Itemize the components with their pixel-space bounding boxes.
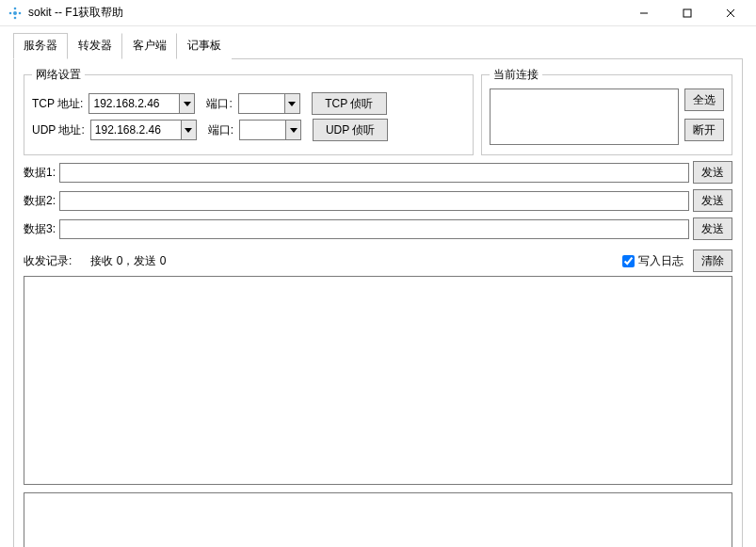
- udp-addr-label: UDP 地址:: [32, 122, 85, 138]
- svg-rect-6: [684, 9, 691, 17]
- udp-listen-button[interactable]: UDP 侦听: [313, 119, 388, 141]
- tcp-listen-button[interactable]: TCP 侦听: [312, 92, 387, 115]
- title-bar: sokit -- F1获取帮助: [0, 0, 756, 26]
- tcp-addr-combo[interactable]: [88, 93, 195, 114]
- chevron-down-icon[interactable]: [284, 94, 299, 113]
- write-log-checkbox[interactable]: [622, 255, 635, 267]
- disconnect-button[interactable]: 断开: [684, 119, 724, 141]
- connection-list[interactable]: [490, 88, 679, 145]
- tcp-port-combo[interactable]: [238, 93, 300, 114]
- clear-button[interactable]: 清除: [693, 249, 732, 272]
- current-connection-group: 当前连接 全选 断开: [481, 67, 732, 155]
- tab-bar: 服务器 转发器 客户端 记事板: [0, 26, 756, 58]
- udp-port-combo[interactable]: [239, 120, 301, 140]
- svg-point-0: [13, 11, 17, 15]
- tab-notepad[interactable]: 记事板: [177, 33, 232, 59]
- network-settings-group: 网络设置 TCP 地址: 端口: TCP 侦听 UDP 地址:: [24, 67, 474, 155]
- data1-input[interactable]: [59, 163, 689, 183]
- content-panel: 网络设置 TCP 地址: 端口: TCP 侦听 UDP 地址:: [13, 58, 743, 547]
- svg-point-4: [14, 16, 17, 19]
- svg-point-3: [14, 7, 17, 9]
- svg-point-2: [19, 11, 22, 14]
- record-label: 收发记录:: [24, 253, 72, 269]
- chevron-down-icon[interactable]: [181, 121, 196, 139]
- app-icon: [8, 6, 23, 21]
- write-log-checkbox-wrap[interactable]: 写入日志: [622, 253, 684, 269]
- chevron-down-icon[interactable]: [285, 121, 300, 139]
- tab-forwarder[interactable]: 转发器: [68, 33, 122, 59]
- send2-button[interactable]: 发送: [693, 189, 732, 212]
- svg-point-1: [9, 11, 12, 14]
- log-textarea[interactable]: [24, 276, 732, 485]
- select-all-button[interactable]: 全选: [684, 88, 724, 111]
- network-settings-legend: 网络设置: [32, 67, 85, 83]
- tcp-addr-label: TCP 地址:: [32, 96, 83, 112]
- close-button[interactable]: [709, 0, 752, 26]
- send3-button[interactable]: 发送: [693, 217, 732, 240]
- minimize-button[interactable]: [622, 0, 666, 26]
- tcp-addr-input[interactable]: [89, 94, 179, 113]
- window-title: sokit -- F1获取帮助: [28, 5, 622, 21]
- udp-addr-combo[interactable]: [90, 120, 197, 140]
- bottom-textarea[interactable]: [24, 492, 732, 547]
- tab-client[interactable]: 客户端: [122, 33, 177, 59]
- data2-label: 数据2:: [24, 193, 56, 209]
- data2-input[interactable]: [59, 191, 689, 211]
- udp-port-label: 端口:: [208, 122, 233, 138]
- maximize-button[interactable]: [666, 0, 709, 26]
- data3-label: 数据3:: [24, 221, 56, 237]
- send1-button[interactable]: 发送: [693, 161, 732, 184]
- data3-input[interactable]: [59, 219, 689, 239]
- tcp-port-input[interactable]: [239, 94, 284, 113]
- data1-label: 数据1:: [24, 165, 56, 181]
- udp-port-input[interactable]: [240, 121, 285, 139]
- tcp-port-label: 端口:: [206, 96, 232, 112]
- current-connection-legend: 当前连接: [490, 67, 542, 83]
- record-stats: 接收 0，发送 0: [90, 253, 166, 269]
- write-log-label: 写入日志: [638, 253, 684, 269]
- chevron-down-icon[interactable]: [179, 94, 194, 113]
- tab-server[interactable]: 服务器: [13, 33, 68, 59]
- udp-addr-input[interactable]: [91, 121, 181, 139]
